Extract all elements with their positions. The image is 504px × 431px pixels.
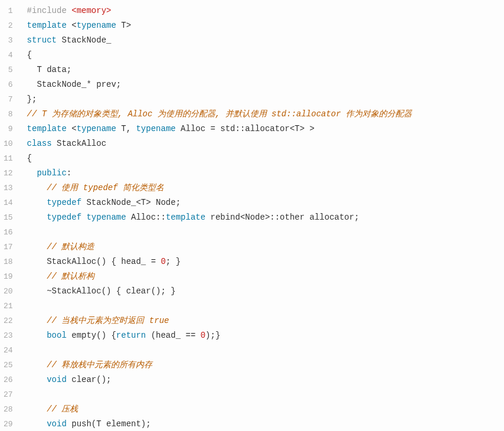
- code-token: {: [27, 50, 32, 60]
- line-number: 6: [4, 77, 17, 92]
- code-token: class: [27, 139, 52, 148]
- code-line: StackNode_* prev;: [27, 77, 504, 92]
- code-line: // T 为存储的对象类型, Alloc 为使用的分配器, 并默认使用 std:…: [27, 107, 504, 122]
- code-line: [27, 225, 504, 240]
- code-token: };: [27, 94, 37, 104]
- code-line: template <typename T, typename Alloc = s…: [27, 122, 504, 136]
- code-token: StackAlloc: [57, 139, 106, 148]
- code-token: [27, 360, 47, 370]
- code-token: <: [67, 21, 77, 30]
- code-token: // T 为存储的对象类型, Alloc 为使用的分配器, 并默认使用 std:…: [27, 109, 412, 119]
- code-token: ; }: [166, 257, 181, 266]
- line-number: 7: [4, 92, 17, 107]
- code-token: [27, 168, 37, 178]
- code-token: // 当栈中元素为空时返回 true: [47, 316, 169, 325]
- line-number: 21: [4, 299, 17, 314]
- code-line: // 默认析构: [27, 269, 504, 284]
- code-line: class StackAlloc: [27, 136, 504, 151]
- line-number: 10: [4, 136, 17, 151]
- code-token: template: [27, 124, 67, 133]
- code-line: // 释放栈中元素的所有内存: [27, 358, 504, 373]
- code-line: typedef StackNode_<T> Node;: [27, 195, 504, 210]
- code-line: };: [27, 92, 504, 107]
- line-number: 24: [4, 343, 17, 358]
- line-number: 12: [4, 166, 17, 181]
- code-token: typedef: [47, 198, 81, 207]
- line-number: 4: [4, 48, 17, 63]
- line-number: 14: [4, 195, 17, 210]
- code-token: typename: [77, 124, 116, 133]
- code-token: [27, 331, 47, 340]
- line-number: 1: [4, 4, 17, 18]
- code-token: [67, 6, 71, 15]
- code-line: [27, 299, 504, 314]
- code-line: template <typename T>: [27, 18, 504, 33]
- line-number: 27: [4, 387, 17, 402]
- code-token: [27, 198, 47, 207]
- code-line: [27, 343, 504, 358]
- code-token: typename: [77, 21, 116, 30]
- code-token: 0: [201, 331, 205, 340]
- line-number: 9: [4, 122, 17, 136]
- code-line: T data;: [27, 63, 504, 77]
- code-token: {: [27, 154, 32, 163]
- code-token: [27, 183, 47, 192]
- code-token: #include: [27, 6, 67, 15]
- code-token: );}: [205, 331, 220, 340]
- code-token: [27, 272, 47, 281]
- line-number: 29: [4, 417, 17, 431]
- code-token: typedef: [47, 213, 81, 222]
- code-token: void: [47, 419, 67, 429]
- code-line: typedef typename Alloc::template rebind<…: [27, 210, 504, 225]
- code-line: public:: [27, 166, 504, 181]
- line-number: 3: [4, 33, 17, 48]
- code-line: ~StackAlloc() { clear(); }: [27, 284, 504, 299]
- code-token: (head_ ==: [146, 331, 200, 340]
- code-token: // 默认构造: [47, 242, 94, 252]
- code-line: [27, 387, 504, 402]
- line-number: 16: [4, 225, 17, 240]
- code-token: Alloc = std::allocator<T> >: [176, 124, 315, 133]
- line-number: 20: [4, 284, 17, 299]
- code-line: // 当栈中元素为空时返回 true: [27, 314, 504, 328]
- code-line: struct StackNode_: [27, 33, 504, 48]
- code-token: <memory>: [71, 6, 111, 15]
- line-number-gutter: 1234567891011121314151617181920212223242…: [0, 0, 22, 431]
- code-token: [27, 213, 47, 222]
- line-number: 2: [4, 18, 17, 33]
- code-token: StackNode_: [61, 35, 111, 45]
- code-token: // 释放栈中元素的所有内存: [47, 360, 152, 370]
- code-line: // 压栈: [27, 402, 504, 417]
- line-number: 25: [4, 358, 17, 373]
- code-token: rebind<Node>::other allocator;: [205, 213, 359, 222]
- line-number: 11: [4, 151, 17, 166]
- code-line: #include <memory>: [27, 4, 504, 18]
- code-token: typename: [86, 213, 126, 222]
- code-token: T>: [116, 21, 131, 30]
- code-token: push(T element);: [67, 419, 151, 429]
- code-token: struct: [27, 35, 57, 45]
- code-token: bool: [47, 331, 67, 340]
- line-number: 5: [4, 63, 17, 77]
- line-number: 28: [4, 402, 17, 417]
- code-token: [27, 375, 47, 384]
- code-token: // 默认析构: [47, 272, 94, 281]
- code-line: void push(T element);: [27, 417, 504, 431]
- code-token: empty() {: [67, 331, 116, 340]
- code-token: T,: [116, 124, 136, 133]
- code-token: return: [116, 331, 146, 340]
- line-number: 23: [4, 328, 17, 343]
- code-token: T data;: [27, 65, 72, 74]
- code-token: template: [27, 21, 67, 30]
- code-line: bool empty() {return (head_ == 0);}: [27, 328, 504, 343]
- line-number: 17: [4, 240, 17, 254]
- code-token: 0: [161, 257, 165, 266]
- code-token: [27, 419, 47, 429]
- code-token: ~StackAlloc() { clear(); }: [27, 286, 176, 296]
- code-line: {: [27, 48, 504, 63]
- line-number: 26: [4, 373, 17, 387]
- code-line: // 使用 typedef 简化类型名: [27, 181, 504, 195]
- code-content: #include <memory>template <typename T>st…: [22, 0, 504, 431]
- code-token: public: [37, 168, 66, 178]
- code-token: <: [67, 124, 77, 133]
